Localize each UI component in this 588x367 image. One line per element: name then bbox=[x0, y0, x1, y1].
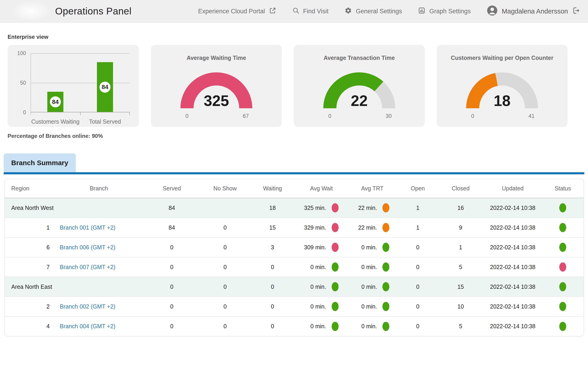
cell-closed: 9 bbox=[438, 218, 484, 237]
column-header-waiting[interactable]: Waiting bbox=[249, 179, 296, 198]
page-title: Operations Panel bbox=[55, 6, 132, 17]
cell-avg-wait: 0 min. bbox=[296, 316, 329, 336]
column-header-closed[interactable]: Closed bbox=[438, 179, 484, 198]
column-header-avg-trt[interactable]: Avg TRT bbox=[347, 179, 398, 198]
cell-branch: Branch 004 (GMT +2) bbox=[55, 316, 143, 336]
bar-category-total-served: Total Served bbox=[89, 118, 121, 125]
branch-link[interactable]: Branch 002 (GMT +2) bbox=[60, 303, 115, 310]
gauge-value: 325 bbox=[204, 92, 229, 109]
gauge-card-average-waiting-time: Average Waiting Time 325067 bbox=[151, 45, 282, 127]
cell-avg-wait-indicator bbox=[329, 297, 347, 316]
nav-find-visit[interactable]: Find Visit bbox=[292, 7, 329, 16]
enterprise-bar-chart-card: 100 50 0 84 84 Customers Waiting Total S… bbox=[8, 45, 139, 127]
column-header-no-show[interactable]: No Show bbox=[201, 179, 249, 198]
user-menu[interactable]: Magdalena Andersson bbox=[487, 5, 580, 18]
nav-label-experience-cloud-portal: Experience Cloud Portal bbox=[198, 8, 265, 15]
cell-region: 4 bbox=[5, 316, 55, 336]
gauge-value: 18 bbox=[493, 92, 510, 109]
cell-avg-wait-indicator bbox=[329, 218, 347, 237]
cell-avg-wait: 309 min. bbox=[296, 237, 329, 257]
tab-branch-summary[interactable]: Branch Summary bbox=[4, 153, 76, 172]
gauge-title: Average Waiting Time bbox=[151, 55, 282, 61]
logout-icon[interactable] bbox=[572, 6, 580, 16]
cell-branch: Branch 007 (GMT +2) bbox=[55, 257, 143, 277]
column-header-avg-wait[interactable]: Avg Wait bbox=[296, 179, 347, 198]
gauge-title: Average Transaction Time bbox=[294, 55, 425, 61]
column-header-branch[interactable]: Branch bbox=[55, 179, 143, 198]
cell-waiting: 18 bbox=[249, 198, 296, 218]
column-header-status[interactable]: Status bbox=[542, 179, 584, 198]
cell-updated: 2022-02-14 10:38 bbox=[484, 198, 542, 218]
tab-row: Branch Summary bbox=[4, 153, 584, 172]
avg-trt-indicator-dot bbox=[382, 282, 389, 291]
status-dot bbox=[559, 302, 566, 311]
y-tick-100: 100 bbox=[17, 50, 26, 56]
cell-avg-wait: 0 min. bbox=[296, 297, 329, 316]
branch-link[interactable]: Branch 001 (GMT +2) bbox=[60, 224, 115, 231]
column-header-open[interactable]: Open bbox=[398, 179, 438, 198]
gauge-max-label: 41 bbox=[528, 113, 535, 119]
cell-avg-wait: 0 min. bbox=[296, 277, 329, 297]
avatar-icon bbox=[487, 5, 498, 18]
operations-panel-page: { "header": { "title": "Operations Panel… bbox=[0, 0, 588, 367]
external-link-icon bbox=[269, 7, 276, 16]
table-row-branch: 1Branch 001 (GMT +2)84015329 min.22 min.… bbox=[5, 218, 584, 237]
top-nav: Experience Cloud Portal Find Visit bbox=[182, 5, 580, 18]
cell-no-show: 0 bbox=[201, 277, 249, 297]
gauge-average-waiting-time: 325067 bbox=[164, 63, 269, 123]
cell-waiting: 0 bbox=[249, 277, 296, 297]
cell-avg-trt: 0 min. bbox=[347, 237, 379, 257]
status-dot bbox=[559, 203, 566, 212]
gridline-100 bbox=[31, 53, 130, 54]
cell-no-show: 0 bbox=[201, 218, 249, 237]
cell-region: 1 bbox=[5, 218, 55, 237]
x-tick-mid bbox=[80, 112, 81, 115]
app-logo bbox=[11, 1, 51, 22]
cell-no-show: 0 bbox=[201, 257, 249, 277]
cell-avg-trt-indicator bbox=[379, 297, 398, 316]
table-row-branch: 7Branch 007 (GMT +2)0000 min.0 min.05202… bbox=[5, 257, 584, 277]
avg-wait-indicator-dot bbox=[332, 223, 338, 232]
branch-link[interactable]: Branch 004 (GMT +2) bbox=[60, 323, 115, 329]
bar-category-customers-waiting: Customers Waiting bbox=[31, 118, 79, 125]
cell-waiting: 0 bbox=[249, 297, 296, 316]
bar-chart-plot: 100 50 0 84 84 Customers Waiting Total S… bbox=[31, 53, 130, 112]
cell-updated: 2022-02-14 10:38 bbox=[484, 218, 542, 237]
cell-status bbox=[542, 297, 584, 316]
cell-updated: 2022-02-14 10:38 bbox=[484, 277, 542, 297]
cell-waiting: 3 bbox=[249, 237, 296, 257]
branch-link[interactable]: Branch 007 (GMT +2) bbox=[60, 264, 115, 270]
branch-link[interactable]: Branch 006 (GMT +2) bbox=[60, 244, 115, 250]
tab-underline bbox=[4, 172, 584, 174]
nav-graph-settings[interactable]: Graph Settings bbox=[418, 7, 471, 16]
nav-general-settings[interactable]: General Settings bbox=[345, 7, 402, 16]
avg-wait-indicator-dot bbox=[332, 282, 338, 291]
gear-icon bbox=[345, 7, 352, 16]
cell-open: 1 bbox=[398, 218, 438, 237]
cell-closed: 1 bbox=[438, 237, 484, 257]
cell-no-show bbox=[201, 198, 249, 218]
column-header-served[interactable]: Served bbox=[143, 179, 201, 198]
cell-waiting: 0 bbox=[249, 257, 296, 277]
gridline-50 bbox=[31, 83, 130, 83]
gauge-average-transaction-time: 22030 bbox=[306, 63, 412, 123]
y-tick-0: 0 bbox=[23, 109, 26, 116]
avg-trt-indicator-dot bbox=[382, 262, 389, 272]
cell-served: 0 bbox=[143, 257, 201, 277]
gauge-customers-waiting-per-open-counter: 18041 bbox=[449, 63, 555, 123]
cell-open: 0 bbox=[398, 297, 438, 316]
column-header-region[interactable]: Region bbox=[5, 179, 55, 198]
cell-status bbox=[542, 277, 584, 297]
avg-wait-indicator-dot bbox=[332, 322, 338, 331]
nav-label-general-settings: General Settings bbox=[356, 8, 402, 15]
nav-label-graph-settings: Graph Settings bbox=[429, 8, 471, 15]
cell-avg-wait: 325 min. bbox=[296, 198, 329, 218]
status-dot bbox=[559, 243, 566, 252]
table-row-region: Area North West8418325 min.22 min.116202… bbox=[5, 198, 584, 218]
bar-chart-y-axis bbox=[31, 53, 31, 115]
cell-region: Area North East bbox=[5, 277, 55, 297]
cell-closed: 10 bbox=[438, 297, 484, 316]
column-header-updated[interactable]: Updated bbox=[484, 179, 542, 198]
table-header-row: Region Branch Served No Show Waiting Avg… bbox=[5, 179, 584, 198]
nav-experience-cloud-portal[interactable]: Experience Cloud Portal bbox=[198, 7, 276, 16]
